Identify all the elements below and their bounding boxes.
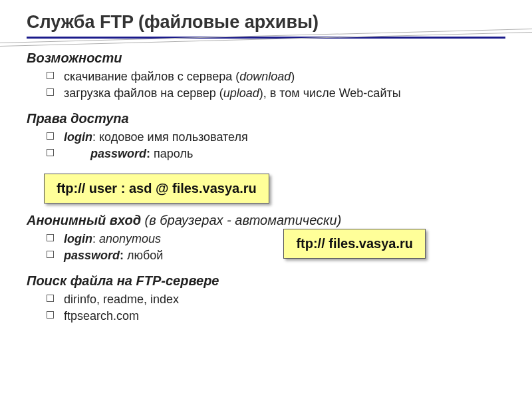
label: login xyxy=(64,130,92,144)
ftp-url-box-auth-wrap: ftp:// user : asd @ files.vasya.ru xyxy=(44,174,505,203)
search-list: dirinfo, readme, index ftpsearch.com xyxy=(27,291,505,325)
text: загрузка файлов на сервер ( xyxy=(64,86,223,100)
value: любой xyxy=(127,249,163,262)
title-rule xyxy=(27,37,505,39)
section-access-heading: Права доступа xyxy=(27,111,505,126)
sep: : xyxy=(92,130,99,144)
text: скачивание файлов c сервера ( xyxy=(64,70,239,83)
list-item: ftpsearch.com xyxy=(47,308,505,324)
italic-term: download xyxy=(239,70,291,83)
list-item: password: пароль xyxy=(47,146,505,162)
text-after: ), в том числе Web-сайты xyxy=(259,86,401,100)
sep: : xyxy=(120,249,127,262)
access-list: login: кодовое имя пользователя password… xyxy=(27,129,505,162)
list-item: загрузка файлов на сервер (upload), в то… xyxy=(47,85,505,101)
label: password xyxy=(90,147,146,160)
italic-term: upload xyxy=(223,86,259,100)
value: anonymous xyxy=(99,232,161,245)
section-anon-heading: Анонимный вход (в браузерах - автоматиче… xyxy=(27,213,505,228)
label: password xyxy=(64,249,120,262)
list-item: login: anonymous xyxy=(47,231,505,247)
section-search-heading: Поиск файла на FTP-сервере xyxy=(27,273,505,289)
heading-text: Анонимный вход xyxy=(27,213,141,227)
anon-block: Анонимный вход (в браузерах - автоматиче… xyxy=(27,213,505,264)
ftp-url-box-anon: ftp:// files.vasya.ru xyxy=(283,229,426,259)
capabilities-list: скачивание файлов c сервера (download) з… xyxy=(27,68,505,102)
sep: : xyxy=(92,232,99,245)
list-item: login: кодовое имя пользователя xyxy=(47,129,505,145)
list-item: password: любой xyxy=(47,247,505,263)
section-capabilities-heading: Возможности xyxy=(27,51,505,66)
sep: : xyxy=(146,147,154,160)
slide: Служба FTP (файловые архивы) Возможности… xyxy=(0,0,532,399)
value: пароль xyxy=(154,147,193,160)
label: login xyxy=(64,232,92,245)
value: кодовое имя пользователя xyxy=(99,130,248,144)
heading-paren: (в браузерах - автоматически) xyxy=(141,213,341,227)
anon-list: login: anonymous password: любой xyxy=(27,231,505,264)
list-item: скачивание файлов c сервера (download) xyxy=(47,68,505,84)
text-after: ) xyxy=(291,70,295,83)
ftp-url-box-auth: ftp:// user : asd @ files.vasya.ru xyxy=(44,174,269,203)
slide-title: Служба FTP (файловые архивы) xyxy=(27,12,505,33)
list-item: dirinfo, readme, index xyxy=(47,291,505,307)
